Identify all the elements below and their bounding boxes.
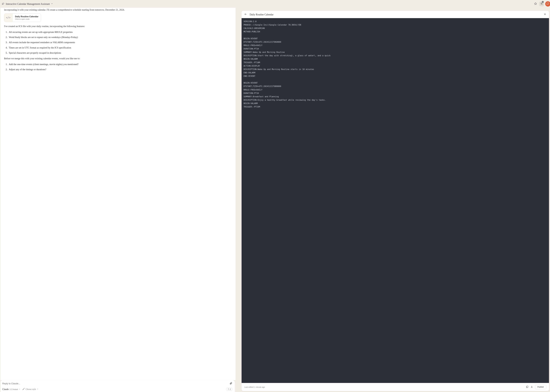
chat-message-area: incorporating it with your existing cale… xyxy=(0,8,236,380)
list-item: Adjust any of the timings or durations? xyxy=(8,67,232,71)
question-list: Add the one-time events (client meetings… xyxy=(8,62,232,71)
artifact-title: Daily Routine Calendar xyxy=(15,15,38,18)
panel-title: Daily Routine Calendar xyxy=(250,13,544,16)
flask-icon xyxy=(228,388,229,390)
close-button[interactable] xyxy=(544,13,546,16)
list-item: All recurring events are set up with app… xyxy=(8,30,232,34)
code-panel: Daily Routine Calendar VERSION:2.0 PRODI… xyxy=(242,11,549,391)
list-item: Add the one-time events (client meetings… xyxy=(8,62,232,66)
count-value: 2 xyxy=(230,388,231,390)
download-button[interactable] xyxy=(530,385,533,388)
style-selector[interactable]: Choose style xyxy=(22,388,38,391)
list-item: Times are set in UTC format as required … xyxy=(8,46,232,49)
publish-button[interactable]: Publish xyxy=(535,385,546,389)
list-item: All events include the requested reminde… xyxy=(8,40,232,44)
favorite-button[interactable] xyxy=(533,1,538,6)
settings-button[interactable]: 1 xyxy=(539,1,544,6)
code-icon: </> xyxy=(4,14,13,22)
svg-marker-0 xyxy=(534,2,537,5)
app-header: Interactive Calendar Management Assistan… xyxy=(0,0,550,8)
chevron-down-icon xyxy=(37,388,39,390)
last-edited-label: Last edited 1 minute ago xyxy=(244,386,524,388)
model-name: Claude xyxy=(2,388,9,391)
model-selector[interactable]: Claude 3.5 Sonnet xyxy=(2,388,21,391)
reply-input[interactable] xyxy=(2,382,230,385)
chevron-down-icon xyxy=(19,388,21,391)
title-dropdown[interactable]: Interactive Calendar Management Assistan… xyxy=(2,2,532,6)
page-title: Interactive Calendar Management Assistan… xyxy=(6,2,50,5)
download-icon xyxy=(530,386,533,388)
settings-badge: 1 xyxy=(542,1,544,3)
svg-rect-10 xyxy=(527,386,528,387)
message-text: I've created an ICS file with your daily… xyxy=(4,24,232,28)
feature-list: All recurring events are set up with app… xyxy=(8,30,232,55)
attach-button[interactable] xyxy=(230,382,232,385)
paperclip-icon xyxy=(230,383,232,385)
back-button[interactable] xyxy=(244,13,247,16)
arrow-left-icon xyxy=(244,14,247,16)
plus-chat-icon xyxy=(546,2,549,6)
star-icon xyxy=(534,2,537,6)
model-version: 3.5 Sonnet xyxy=(9,388,18,391)
chevron-down-icon xyxy=(51,3,53,5)
attachment-count-chip[interactable]: 2 xyxy=(226,388,232,391)
chat-bubble-icon xyxy=(2,2,5,6)
style-label: Choose style xyxy=(26,388,36,390)
clipboard-icon xyxy=(526,386,529,388)
list-item: Special characters are properly escaped … xyxy=(8,51,232,55)
message-text: Before we merge this with your existing … xyxy=(4,56,232,60)
message-composer: Claude 3.5 Sonnet Choose style xyxy=(0,380,235,392)
artifact-subtitle: Click to open code xyxy=(15,18,38,20)
message-text: incorporating it with your existing cale… xyxy=(4,8,232,12)
new-chat-button[interactable] xyxy=(545,1,550,7)
code-artifact-card[interactable]: </> Daily Routine Calendar Click to open… xyxy=(4,14,41,22)
close-icon xyxy=(544,14,546,16)
quill-icon xyxy=(22,388,25,391)
copy-button[interactable] xyxy=(526,385,529,388)
code-viewer[interactable]: VERSION:2.0 PRODID:-//Google Inc//Google… xyxy=(242,18,549,383)
list-item: Work/Study blocks are set to repeat only… xyxy=(8,35,232,39)
